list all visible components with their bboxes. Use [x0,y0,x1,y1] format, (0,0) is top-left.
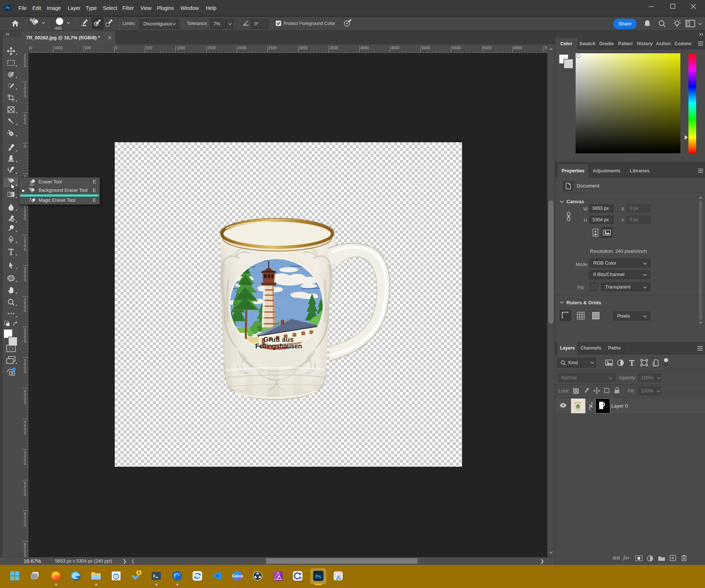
svg-text:Gruß aus: Gruß aus [263,336,294,343]
svg-text:Fellingshausen: Fellingshausen [255,343,302,350]
svg-text:5: 5 [138,571,140,575]
svg-text:1: 1 [115,575,117,579]
svg-text:Canva: Canva [232,574,243,578]
svg-text:Ps: Ps [315,574,321,579]
